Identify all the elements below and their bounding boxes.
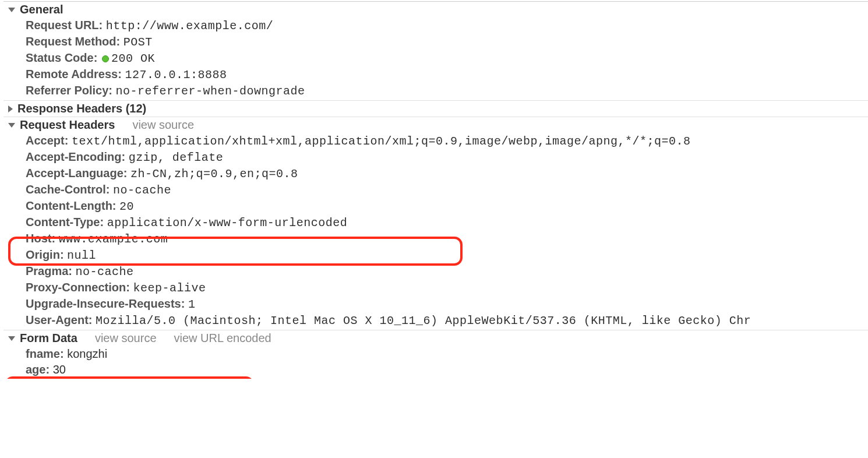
row-remote-address: Remote Address: 127.0.0.1:8888 [26, 66, 868, 83]
label-upgrade-insecure: Upgrade-Insecure-Requests: [26, 297, 185, 310]
value-upgrade-insecure: 1 [188, 298, 196, 311]
value-age: 30 [53, 363, 66, 376]
request-headers-rows: Accept: text/html,application/xhtml+xml,… [3, 133, 868, 330]
section-general-header[interactable]: General [3, 2, 868, 17]
section-response-headers-header[interactable]: Response Headers (12) [3, 101, 868, 117]
section-response-headers-title: Response Headers [17, 102, 122, 115]
link-view-url-encoded[interactable]: view URL encoded [174, 332, 271, 345]
value-cache-control: no-cache [113, 184, 171, 197]
value-host: www.example.com [59, 232, 168, 246]
value-accept: text/html,application/xhtml+xml,applicat… [72, 135, 691, 148]
value-request-url: http://www.example.com/ [106, 19, 274, 33]
label-proxy-connection: Proxy-Connection: [26, 281, 130, 294]
value-pragma: no-cache [76, 265, 134, 279]
label-content-length: Content-Length: [26, 199, 117, 212]
label-request-method: Request Method: [26, 35, 120, 48]
network-headers-panel: General Request URL: http://www.example.… [0, 0, 868, 379]
row-request-url: Request URL: http://www.example.com/ [26, 17, 868, 34]
chevron-down-icon [8, 8, 15, 12]
label-fname: fname: [26, 347, 64, 360]
label-remote-address: Remote Address: [26, 68, 122, 80]
value-content-type: application/x-www-form-urlencoded [107, 216, 348, 230]
value-referrer-policy: no-referrer-when-downgrade [116, 84, 305, 98]
value-user-agent: Mozilla/5.0 (Macintosh; Intel Mac OS X 1… [96, 314, 751, 327]
section-form-data-header[interactable]: Form Data view source view URL encoded [3, 330, 868, 346]
value-proxy-connection: keep-alive [133, 281, 206, 295]
link-view-source[interactable]: view source [132, 118, 194, 132]
label-cache-control: Cache-Control: [26, 183, 110, 196]
label-referrer-policy: Referrer Policy: [26, 84, 112, 97]
row-request-method: Request Method: POST [26, 34, 868, 50]
chevron-down-icon [8, 123, 15, 128]
value-accept-language: zh-CN,zh;q=0.9,en;q=0.8 [130, 167, 298, 181]
section-request-headers-header[interactable]: Request Headers view source [3, 117, 868, 133]
general-rows: Request URL: http://www.example.com/ Req… [3, 17, 868, 100]
value-remote-address: 127.0.0.1:8888 [125, 68, 227, 82]
value-content-length: 20 [119, 200, 134, 213]
value-request-method: POST [124, 36, 153, 49]
label-age: age: [26, 363, 50, 376]
chevron-right-icon [8, 105, 13, 112]
chevron-down-icon [8, 336, 15, 341]
label-request-url: Request URL: [26, 19, 103, 31]
section-form-data-title: Form Data [20, 332, 77, 345]
label-content-type: Content-Type: [26, 216, 104, 228]
row-referrer-policy: Referrer Policy: no-referrer-when-downgr… [26, 83, 868, 99]
value-accept-encoding: gzip, deflate [129, 151, 224, 164]
section-general-title: General [20, 3, 63, 16]
label-user-agent: User-Agent: [26, 313, 92, 326]
section-request-headers-title: Request Headers [20, 118, 115, 132]
section-response-headers-count: (12) [126, 102, 147, 115]
value-origin: null [67, 249, 96, 262]
label-origin: Origin: [26, 248, 64, 261]
status-dot-icon [102, 55, 109, 62]
label-accept: Accept: [26, 134, 68, 147]
form-data-rows: fname: kongzhi age: 30 [3, 346, 868, 379]
label-host: Host: [26, 232, 55, 245]
value-status-code: 200 OK [111, 52, 155, 65]
label-accept-encoding: Accept-Encoding: [26, 150, 125, 163]
label-pragma: Pragma: [26, 265, 72, 277]
value-fname: kongzhi [67, 347, 107, 360]
label-status-code: Status Code: [26, 51, 97, 64]
label-accept-language: Accept-Language: [26, 167, 127, 179]
row-status-code: Status Code: 200 OK [26, 50, 868, 66]
link-view-source-form[interactable]: view source [95, 332, 157, 345]
